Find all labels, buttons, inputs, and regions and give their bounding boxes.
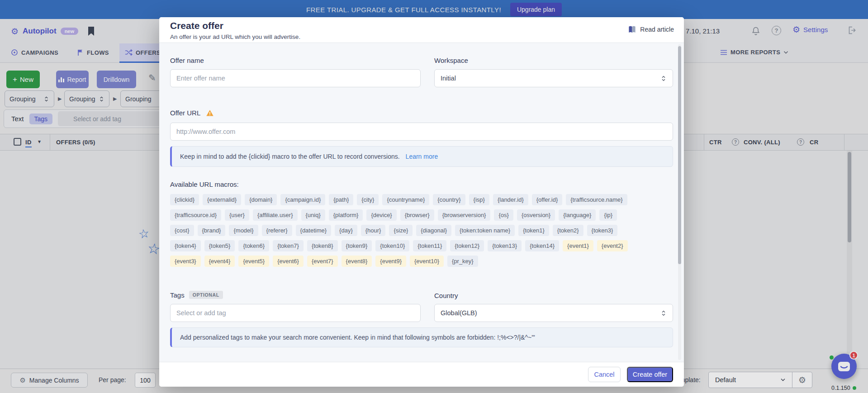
offer-url-input[interactable] xyxy=(170,123,673,141)
macro-chip[interactable]: {token3} xyxy=(587,225,618,236)
macro-chip[interactable]: {clickid} xyxy=(170,194,199,205)
learn-more-link[interactable]: Learn more xyxy=(406,153,438,160)
offer-url-label: Offer URL xyxy=(170,109,200,117)
macro-chip[interactable]: {domain} xyxy=(245,194,277,205)
macro-chip-row: {cost}{brand}{model}{referer}{datetime}{… xyxy=(170,225,673,236)
macro-chip[interactable]: {token2} xyxy=(553,225,583,236)
macro-chip[interactable]: {platform} xyxy=(329,209,363,221)
macro-chip-row: {token4}{token5}{token6}{token7}{token8}… xyxy=(170,240,673,251)
macro-chip-row: {event3}{event4}{event5}{event6}{event7}… xyxy=(170,256,673,267)
macro-chip[interactable]: {token14} xyxy=(525,240,559,251)
macro-chip[interactable]: {cost} xyxy=(170,225,194,236)
macro-chip[interactable]: {event10} xyxy=(410,256,444,267)
optional-badge: OPTIONAL xyxy=(189,291,223,299)
modal-scrollbar-thumb[interactable] xyxy=(678,46,681,264)
warning-icon xyxy=(206,109,214,117)
macro-chip[interactable]: {datetime} xyxy=(296,225,332,236)
macro-chip[interactable]: {referer} xyxy=(262,225,292,236)
macro-chip[interactable]: {pr_key} xyxy=(447,256,478,267)
macro-chip[interactable]: {isp} xyxy=(469,194,489,205)
clickid-note-text: Keep in mind to add the {clickid} macro … xyxy=(180,153,400,160)
macro-chip[interactable]: {country} xyxy=(433,194,465,205)
tags-info-box: Add personalized tags to make your searc… xyxy=(170,327,673,347)
macro-chip[interactable]: {device} xyxy=(366,209,396,221)
modal-content: Offer name Workspace Initial Offer URL K… xyxy=(159,43,684,362)
macro-chip[interactable]: {token6} xyxy=(238,240,269,251)
modal-footer: Cancel Create offer xyxy=(159,362,684,387)
updown-icon xyxy=(660,75,667,82)
macro-chip[interactable]: {trafficsource.name} xyxy=(566,194,627,205)
macro-chip[interactable]: {token5} xyxy=(204,240,235,251)
workspace-label: Workspace xyxy=(434,57,468,64)
macro-chip[interactable]: {ip} xyxy=(599,209,617,221)
macro-chip[interactable]: {brand} xyxy=(198,225,226,236)
macro-chip[interactable]: {language} xyxy=(559,209,596,221)
macro-chip[interactable]: {browserversion} xyxy=(438,209,491,221)
updown-icon xyxy=(660,310,667,317)
macro-chip[interactable]: {token11} xyxy=(413,240,446,251)
macro-chip[interactable]: {day} xyxy=(335,225,357,236)
macro-chip[interactable]: {token4} xyxy=(170,240,201,251)
macro-chip[interactable]: {event7} xyxy=(307,256,338,267)
workspace-select[interactable]: Initial xyxy=(434,69,673,87)
macro-chip[interactable]: {event5} xyxy=(238,256,269,267)
macro-chip[interactable]: {token13} xyxy=(488,240,522,251)
country-label: Country xyxy=(434,292,458,299)
macro-chip[interactable]: {token7} xyxy=(273,240,304,251)
read-article-label: Read article xyxy=(640,26,674,33)
macro-chip[interactable]: {token12} xyxy=(450,240,484,251)
macro-chip-row: {trafficsource.id}{user}{affiliate.user}… xyxy=(170,209,673,221)
macro-chip[interactable]: {path} xyxy=(329,194,353,205)
read-article-link[interactable]: Read article xyxy=(628,25,674,33)
macros-title: Available URL macros: xyxy=(170,180,239,188)
modal-scrollbar-track[interactable] xyxy=(678,44,681,360)
macro-chip[interactable]: {externalid} xyxy=(203,194,241,205)
macro-chip[interactable]: {lander.id} xyxy=(493,194,528,205)
macro-chip[interactable]: {trafficsource.id} xyxy=(170,209,221,221)
macro-chip[interactable]: {hour} xyxy=(361,225,386,236)
offer-name-input[interactable] xyxy=(170,69,421,87)
clickid-info-box: Keep in mind to add the {clickid} macro … xyxy=(170,146,673,167)
macro-chip-row: {clickid}{externalid}{domain}{campaign.i… xyxy=(170,194,673,205)
offer-name-label: Offer name xyxy=(170,57,204,64)
macro-chip[interactable]: {diagonal} xyxy=(416,225,451,236)
workspace-select-value: Initial xyxy=(441,75,456,82)
tags-input[interactable] xyxy=(170,304,421,322)
macro-chip[interactable]: {token1} xyxy=(518,225,549,236)
macro-chip[interactable]: {os} xyxy=(494,209,513,221)
country-select-value: Global(GLB) xyxy=(441,309,477,317)
macro-chip[interactable]: {user} xyxy=(225,209,249,221)
macro-chip[interactable]: {event1} xyxy=(563,240,593,251)
app-window: FREE TRIAL. UPGRADE & GET FULL ACCESS IN… xyxy=(0,0,868,393)
create-offer-button[interactable]: Create offer xyxy=(627,367,673,382)
macro-chip-list: {clickid}{externalid}{domain}{campaign.i… xyxy=(170,194,673,267)
macro-chip[interactable]: {event3} xyxy=(170,256,201,267)
macro-chip[interactable]: {city} xyxy=(357,194,379,205)
macro-chip[interactable]: {countryname} xyxy=(382,194,429,205)
macro-chip[interactable]: {token8} xyxy=(307,240,338,251)
macro-chip[interactable]: {event4} xyxy=(204,256,235,267)
macro-chip[interactable]: {browser} xyxy=(400,209,434,221)
macro-chip[interactable]: {event2} xyxy=(597,240,628,251)
modal-header: Create offer An offer is your ad URL whi… xyxy=(159,17,684,43)
country-select[interactable]: Global(GLB) xyxy=(434,304,673,322)
macro-chip[interactable]: {model} xyxy=(229,225,258,236)
book-icon xyxy=(628,25,636,33)
macro-chip[interactable]: {event9} xyxy=(375,256,406,267)
macro-chip[interactable]: {affiliate.user} xyxy=(253,209,298,221)
tags-label: Tags xyxy=(170,291,185,299)
macro-chip[interactable]: {token10} xyxy=(375,240,409,251)
macro-chip[interactable]: {osversion} xyxy=(517,209,555,221)
macro-chip[interactable]: {event8} xyxy=(342,256,372,267)
macro-chip[interactable]: {event6} xyxy=(273,256,304,267)
macro-chip[interactable]: {token:token name} xyxy=(455,225,515,236)
cancel-button[interactable]: Cancel xyxy=(588,367,621,382)
macro-chip[interactable]: {offer.id} xyxy=(532,194,562,205)
macro-chip[interactable]: {campaign.id} xyxy=(280,194,325,205)
modal-subtitle: An offer is your ad URL which you will a… xyxy=(170,33,300,40)
create-offer-modal: Create offer An offer is your ad URL whi… xyxy=(159,17,684,387)
tags-note-text: Add personalized tags to make your searc… xyxy=(180,334,535,341)
macro-chip[interactable]: {token9} xyxy=(342,240,372,251)
macro-chip[interactable]: {uniq} xyxy=(301,209,325,221)
macro-chip[interactable]: {size} xyxy=(389,225,413,236)
